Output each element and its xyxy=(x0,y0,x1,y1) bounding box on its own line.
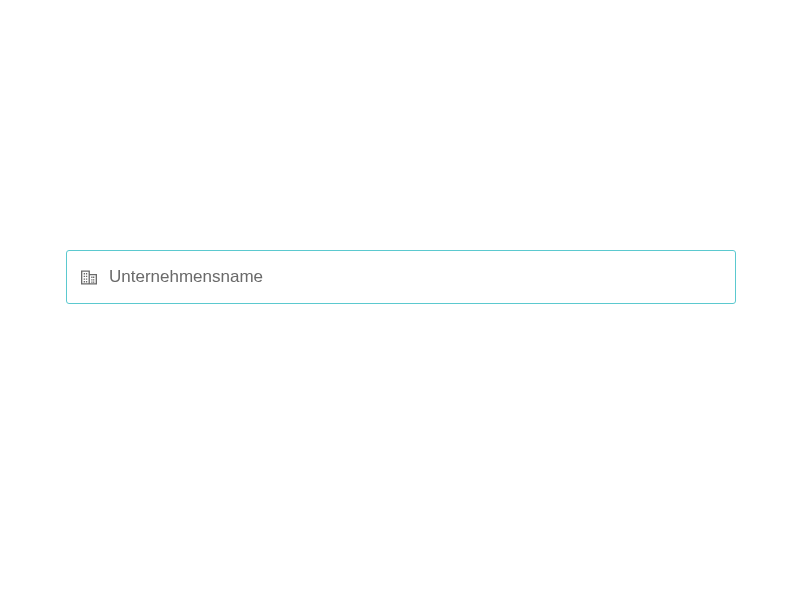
company-name-field-container[interactable] xyxy=(66,250,736,304)
building-icon xyxy=(81,270,97,285)
company-name-input[interactable] xyxy=(109,267,721,287)
